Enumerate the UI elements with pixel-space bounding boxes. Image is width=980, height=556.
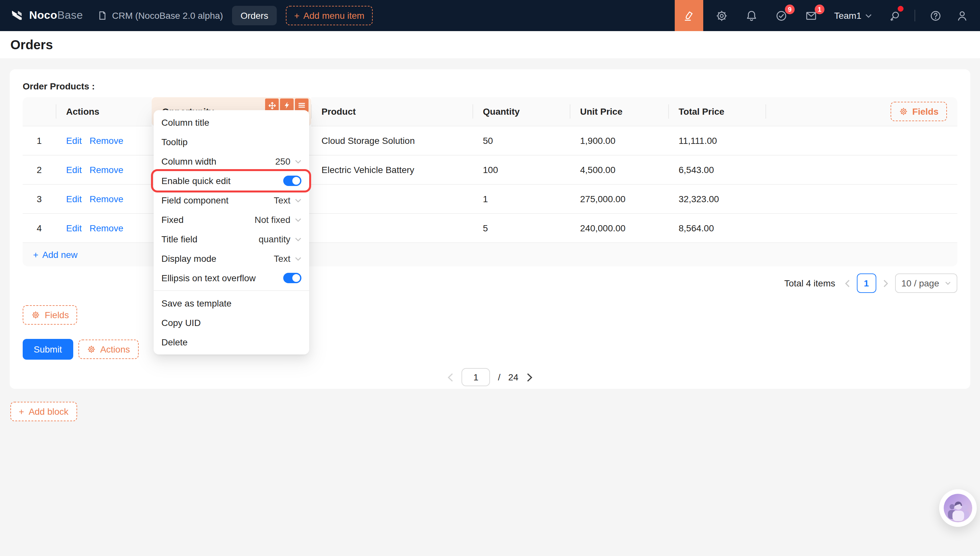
menu-item-title-field[interactable]: Title field quantity <box>154 230 309 249</box>
top-navbar: NocoBase CRM (NocoBase 2.0 alpha) Orders… <box>0 0 980 31</box>
pagination-total: Total 4 items <box>784 278 835 288</box>
cell-extra <box>765 185 957 214</box>
add-block-button[interactable]: + Add block <box>10 402 77 421</box>
remove-link[interactable]: Remove <box>89 165 123 175</box>
cell-extra <box>765 155 957 185</box>
user-profile-button[interactable] <box>950 0 980 31</box>
page-title: Orders <box>10 37 53 52</box>
row-index: 2 <box>23 155 56 185</box>
messages-mail-button[interactable]: 1 <box>797 0 826 31</box>
document-icon <box>97 10 108 21</box>
configure-actions-button[interactable]: Actions <box>78 339 138 359</box>
edit-link[interactable]: Edit <box>66 194 82 204</box>
menu-item-column-title[interactable]: Column title <box>154 113 309 132</box>
header-product: Product <box>311 97 472 126</box>
row-actions: EditRemove <box>56 214 152 243</box>
edit-link[interactable]: Edit <box>66 136 82 146</box>
menu-item-fixed[interactable]: Fixed Not fixed <box>154 210 309 230</box>
configure-fields-button[interactable]: Fields <box>23 305 78 325</box>
chevron-down-icon <box>295 237 301 241</box>
ellipsis-overflow-toggle[interactable] <box>283 273 301 283</box>
submit-button[interactable]: Submit <box>23 339 73 360</box>
next-record-button[interactable] <box>526 372 532 382</box>
cell-product <box>311 214 472 243</box>
app-switcher[interactable]: CRM (NocoBase 2.0 alpha) <box>97 10 223 21</box>
settings-gear-button[interactable] <box>707 0 737 31</box>
menu-item-delete[interactable]: Delete <box>154 333 309 352</box>
record-page-input[interactable]: 1 <box>462 368 490 386</box>
menu-item-save-as-template[interactable]: Save as template <box>154 294 309 313</box>
chevron-down-icon <box>295 217 301 222</box>
menu-item-enable-quick-edit[interactable]: Enable quick edit <box>154 171 309 191</box>
prev-record-button[interactable] <box>448 372 454 382</box>
tasks-badge: 9 <box>785 5 795 14</box>
navbar-left: NocoBase CRM (NocoBase 2.0 alpha) Orders… <box>0 6 373 25</box>
next-page-button[interactable] <box>883 279 888 288</box>
nav-divider <box>915 10 915 21</box>
header-actions: Actions <box>56 97 152 126</box>
edit-link[interactable]: Edit <box>66 223 82 233</box>
tasks-check-button[interactable]: 9 <box>767 0 797 31</box>
app-label: CRM (NocoBase 2.0 alpha) <box>112 10 223 21</box>
cell-total-price: 6,543.00 <box>668 155 765 185</box>
cell-total-price: 32,323.00 <box>668 185 765 214</box>
menu-item-display-mode[interactable]: Display mode Text <box>154 249 309 268</box>
team-avatar <box>944 494 972 522</box>
api-key-button[interactable] <box>880 0 909 31</box>
header-quantity: Quantity <box>472 97 570 126</box>
menu-item-field-component[interactable]: Field component Text <box>154 191 309 210</box>
nav-menu-orders[interactable]: Orders <box>232 6 277 25</box>
logo-text: NocoBase <box>29 9 83 22</box>
edit-link[interactable]: Edit <box>66 165 82 175</box>
cell-unit-price: 275,000.00 <box>570 185 668 214</box>
app-root: NocoBase CRM (NocoBase 2.0 alpha) Orders… <box>0 0 980 556</box>
add-menu-item-button[interactable]: + Add menu item <box>286 6 373 25</box>
header-unit-price: Unit Price <box>570 97 668 126</box>
row-index: 3 <box>23 185 56 214</box>
cell-quantity: 50 <box>472 126 570 155</box>
nocobase-logo[interactable]: NocoBase <box>9 8 83 23</box>
prev-page-button[interactable] <box>844 279 850 288</box>
remove-link[interactable]: Remove <box>89 223 123 233</box>
row-index: 1 <box>23 126 56 155</box>
configure-fields-button-header[interactable]: Fields <box>890 102 947 121</box>
menu-item-ellipsis-overflow[interactable]: Ellipsis on text overflow <box>154 268 309 288</box>
cell-product: Electric Vehicle Battery <box>311 155 472 185</box>
plus-icon: + <box>294 10 299 21</box>
page-header: Orders <box>0 31 980 58</box>
record-page-separator: / <box>498 372 501 382</box>
cell-total-price: 11,111.00 <box>668 126 765 155</box>
cell-total-price: 8,564.00 <box>668 214 765 243</box>
team-switcher[interactable]: Team1 <box>826 10 880 21</box>
menu-item-tooltip[interactable]: Tooltip <box>154 132 309 152</box>
chevron-down-icon <box>865 13 872 18</box>
cell-extra <box>765 214 957 243</box>
cell-quantity: 5 <box>472 214 570 243</box>
highlighter-icon <box>683 10 695 22</box>
navbar-right: 9 1 Team1 <box>675 0 980 31</box>
menu-item-copy-uid[interactable]: Copy UID <box>154 313 309 333</box>
nocobase-logo-icon <box>9 8 24 23</box>
support-chat-widget[interactable] <box>939 489 977 527</box>
cell-unit-price: 4,500.00 <box>570 155 668 185</box>
page-body: Order Products : Actions Opportunity <box>0 58 980 556</box>
notification-dot <box>898 6 904 12</box>
row-index: 4 <box>23 214 56 243</box>
cell-product <box>311 185 472 214</box>
row-actions: EditRemove <box>56 185 152 214</box>
ui-editor-button[interactable] <box>675 0 703 31</box>
page-size-select[interactable]: 10 / page <box>895 273 957 293</box>
remove-link[interactable]: Remove <box>89 194 123 204</box>
record-page-total: 24 <box>508 372 518 382</box>
menu-item-column-width[interactable]: Column width 250 <box>154 152 309 171</box>
cell-unit-price: 240,000.00 <box>570 214 668 243</box>
cell-product: Cloud Storage Solution <box>311 126 472 155</box>
chevron-down-icon <box>295 198 301 202</box>
notifications-bell-button[interactable] <box>737 0 767 31</box>
current-page-button[interactable]: 1 <box>857 273 876 293</box>
enable-quick-edit-toggle[interactable] <box>283 176 301 186</box>
plus-icon: + <box>33 249 38 260</box>
header-total-price: Total Price <box>668 97 765 126</box>
help-button[interactable] <box>920 0 950 31</box>
remove-link[interactable]: Remove <box>89 136 123 146</box>
